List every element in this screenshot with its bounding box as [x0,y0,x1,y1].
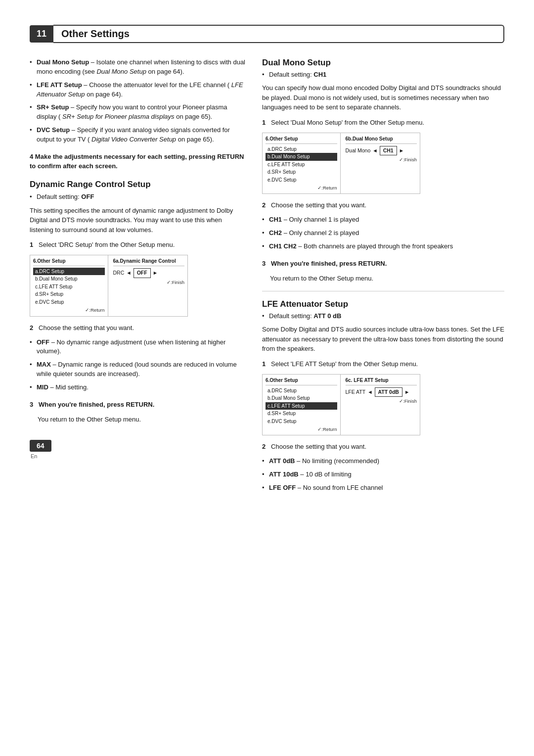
dm-option-ch2: CH2 – Only channel 2 is played [262,229,504,238]
page-lang: En [31,453,247,459]
dual-mono-section: Dual Mono Setup Default setting: CH1 You… [262,58,504,283]
dual-mono-step3-sub: You return to the Other Setup menu. [262,274,504,284]
chapter-number: 11 [30,25,53,43]
drc-step1: 1 Select 'DRC Setup' from the Other Setu… [30,240,247,250]
intro-bullets: Dual Mono Setup – Isolate one channel wh… [30,58,247,144]
bullet-lfe-att: LFE ATT Setup – Choose the attenuator le… [30,81,247,99]
lfe-body: Some Dolby Digital and DTS audio sources… [262,325,504,354]
lfe-option-att0: ATT 0dB – No limiting (recommended) [262,457,504,466]
bullet-label-3: SR+ Setup [37,103,69,111]
drc-section: Dynamic Range Control Setup Default sett… [30,180,247,424]
bullet-label-4: DVC Setup [37,126,70,134]
dual-mono-default: Default setting: CH1 [262,70,504,79]
left-column: Dual Mono Setup – Isolate one channel wh… [30,58,247,501]
lfe-screen-right: 6c. LFE ATT Setup LFE ATT ◄ ATT 0dB ► ✓:… [343,375,420,435]
dual-mono-options: CH1 – Only channel 1 is played CH2 – Onl… [262,215,504,251]
bullet-sr-plus: SR+ Setup – Specify how you want to cont… [30,103,247,122]
drc-screen-pair: 6.Other Setup a.DRC Setup b.Dual Mono Se… [30,255,188,317]
drc-option-mid: MID – Mid setting. [30,383,247,392]
dual-mono-step1: 1 Select 'Dual Mono Setup' from the Othe… [262,118,504,128]
drc-step3: 3 When you're finished, press RETURN. [30,400,247,410]
lfe-option-off: LFE OFF – No sound from LFE channel [262,483,504,493]
bullet-dual-mono: Dual Mono Setup – Isolate one channel wh… [30,58,247,77]
lfe-screen-left: 6.Other Setup a.DRC Setup b.Dual Mono Se… [263,375,341,435]
drc-heading: Dynamic Range Control Setup [30,180,247,189]
dual-mono-screen-pair: 6.Other Setup a.DRC Setup b.Dual Mono Se… [262,133,420,194]
section-divider [262,291,504,291]
lfe-option-att10: ATT 10dB – 10 dB of limiting [262,470,504,479]
dual-mono-screen-right: 6b.Dual Mono Setup Dual Mono ◄ CH1 ► ✓:F… [343,133,420,194]
drc-option-off: OFF – No dynamic range adjustment (use w… [30,338,247,357]
lfe-options: ATT 0dB – No limiting (recommended) ATT … [262,457,504,493]
lfe-section: LFE Attenuator Setup Default setting: AT… [262,299,504,493]
drc-option-max: MAX – Dynamic range is reduced (loud sou… [30,360,247,379]
bullet-label-2: LFE ATT Setup [37,81,82,89]
lfe-step2: 2 Choose the setting that you want. [262,442,504,452]
dm-option-ch1ch2: CH1 CH2 – Both channels are played throu… [262,242,504,251]
drc-body: This setting specifies the amount of dyn… [30,206,247,235]
bullet-label-1: Dual Mono Setup [37,58,89,66]
right-column: Dual Mono Setup Default setting: CH1 You… [262,58,504,501]
drc-screen-right: 6a.Dynamic Range Control DRC ◄ OFF ► ✓:F… [110,255,188,316]
bullet-dvc: DVC Setup – Specify if you want analog v… [30,126,247,144]
drc-screen-left: 6.Other Setup a.DRC Setup b.Dual Mono Se… [30,255,108,316]
page-number-box: 64 [30,440,51,452]
drc-step2: 2 Choose the setting that you want. [30,324,247,333]
dual-mono-step2: 2 Choose the setting that you want. [262,201,504,210]
drc-options: OFF – No dynamic range adjustment (use w… [30,338,247,392]
lfe-step1: 1 Select 'LFE ATT Setup' from the Other … [262,360,504,369]
dm-option-ch1: CH1 – Only channel 1 is played [262,215,504,225]
drc-step3-sub: You return to the Other Setup menu. [30,415,247,425]
lfe-default: Default setting: ATT 0 dB [262,312,504,321]
chapter-title: Other Settings [53,25,504,43]
lfe-screen-pair: 6.Other Setup a.DRC Setup b.Dual Mono Se… [262,374,420,436]
chapter-header: 11 Other Settings [30,25,504,43]
bold-instruction: 4 Make the adjustments necessary for eac… [30,152,247,171]
dual-mono-step3: 3 When you're finished, press RETURN. [262,259,504,269]
dual-mono-body: You can specify how dual mono encoded Do… [262,83,504,112]
dual-mono-screen-left: 6.Other Setup a.DRC Setup b.Dual Mono Se… [263,133,341,194]
dual-mono-heading: Dual Mono Setup [262,58,504,68]
drc-default: Default setting: OFF [30,192,247,201]
lfe-heading: LFE Attenuator Setup [262,299,504,309]
